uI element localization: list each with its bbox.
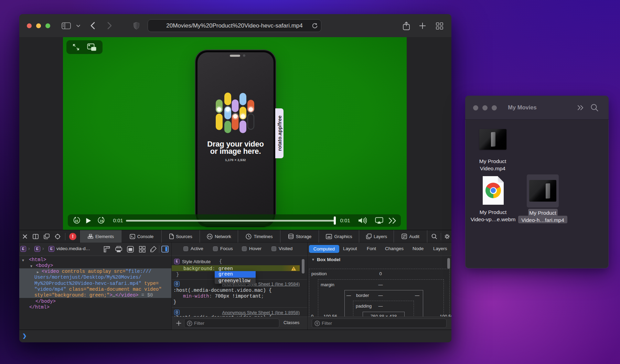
svg-text:!: ! <box>293 267 294 271</box>
svg-text:15: 15 <box>75 219 78 223</box>
svg-text:15: 15 <box>100 219 103 223</box>
